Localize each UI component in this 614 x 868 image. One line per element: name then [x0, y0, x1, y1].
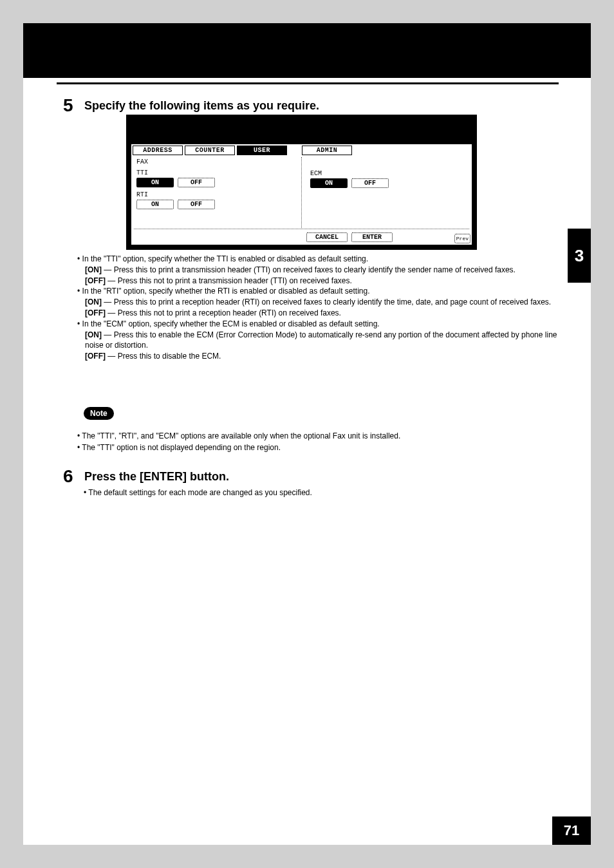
- note-line-2: The "TTI" option is not displayed depend…: [84, 442, 560, 453]
- screen-right-col: ECM ON OFF: [308, 157, 475, 188]
- tti-on-button[interactable]: ON: [136, 178, 174, 187]
- step-6-title: Press the [ENTER] button.: [84, 470, 229, 484]
- rti-on-button[interactable]: ON: [136, 200, 174, 209]
- ecm-on-button[interactable]: ON: [310, 178, 348, 188]
- note-badge: Note: [84, 407, 114, 420]
- prev-button[interactable]: Prev: [454, 234, 470, 243]
- vertical-divider: [301, 157, 302, 228]
- tti-label: TTI: [136, 169, 301, 176]
- ecm-off-text: — Press this to disable the ECM.: [106, 352, 221, 361]
- chapter-tab: 3: [568, 229, 591, 283]
- page: 5 Specify the following items as you req…: [23, 23, 591, 845]
- note-list: The "TTI", "RTI", and "ECM" options are …: [84, 430, 560, 453]
- horizontal-divider: [134, 229, 469, 229]
- ecm-on-text: — Press this to enable the ECM (Error Co…: [85, 330, 557, 350]
- device-screen: ADDRESS COUNTER USER ADMIN FAX TTI ON OF…: [126, 115, 477, 250]
- tti-explain: In the "TTI" option, specify whether the…: [84, 254, 560, 286]
- tti-buttons: ON OFF: [136, 178, 301, 187]
- tti-off-label: [OFF]: [85, 276, 106, 285]
- rti-off-button[interactable]: OFF: [178, 200, 215, 209]
- step-5-title: Specify the following items as you requi…: [84, 99, 319, 113]
- step-6-bullet: The default settings for each mode are c…: [90, 488, 312, 497]
- rti-on-label: [ON]: [85, 297, 102, 307]
- ecm-off-label: [OFF]: [85, 352, 106, 361]
- rti-label: RTI: [136, 191, 301, 198]
- footer-buttons: CANCEL ENTER: [306, 232, 393, 242]
- step-5-number: 5: [63, 95, 73, 116]
- top-black-bar: [23, 23, 591, 78]
- fax-label: FAX: [136, 158, 301, 165]
- explanation-list: In the "TTI" option, specify whether the…: [84, 254, 560, 362]
- note-line-1: The "TTI", "RTI", and "ECM" options are …: [84, 430, 560, 442]
- tti-off-button[interactable]: OFF: [178, 178, 215, 187]
- tab-row: ADDRESS COUNTER USER ADMIN: [133, 146, 352, 155]
- ecm-off-button[interactable]: OFF: [351, 178, 389, 188]
- rti-off-label: [OFF]: [85, 308, 106, 317]
- tti-intro-text: In the "TTI" option, specify whether the…: [82, 254, 369, 263]
- screen-inner: ADDRESS COUNTER USER ADMIN FAX TTI ON OF…: [131, 144, 472, 245]
- tab-counter[interactable]: COUNTER: [185, 146, 235, 155]
- tti-on-text: — Press this to print a transmission hea…: [102, 265, 516, 274]
- ecm-intro-text: In the "ECM" option, specify whether the…: [82, 319, 380, 328]
- tab-user[interactable]: USER: [237, 146, 287, 155]
- rti-buttons: ON OFF: [136, 200, 301, 209]
- rti-on-text: — Press this to print a reception header…: [102, 297, 551, 307]
- step-6-number: 6: [63, 466, 73, 487]
- rti-explain: In the "RTI" option, specify whether the…: [84, 286, 560, 318]
- ecm-label: ECM: [310, 170, 475, 177]
- tab-address[interactable]: ADDRESS: [133, 146, 183, 155]
- enter-button[interactable]: ENTER: [351, 232, 393, 242]
- tti-on-label: [ON]: [85, 265, 102, 274]
- ecm-on-label: [ON]: [85, 330, 102, 339]
- screen-left-col: FAX TTI ON OFF RTI ON OFF: [134, 157, 301, 209]
- tti-off-text: — Press this not to print a transmission…: [106, 276, 352, 285]
- cancel-button[interactable]: CANCEL: [306, 232, 348, 242]
- ecm-buttons: ON OFF: [310, 178, 475, 188]
- page-number: 71: [552, 816, 591, 845]
- rti-intro-text: In the "RTI" option, specify whether the…: [82, 287, 370, 296]
- ecm-explain: In the "ECM" option, specify whether the…: [84, 319, 560, 362]
- tab-admin[interactable]: ADMIN: [302, 146, 352, 155]
- rti-off-text: — Press this not to print a reception he…: [106, 308, 341, 317]
- horizontal-rule: [57, 82, 559, 84]
